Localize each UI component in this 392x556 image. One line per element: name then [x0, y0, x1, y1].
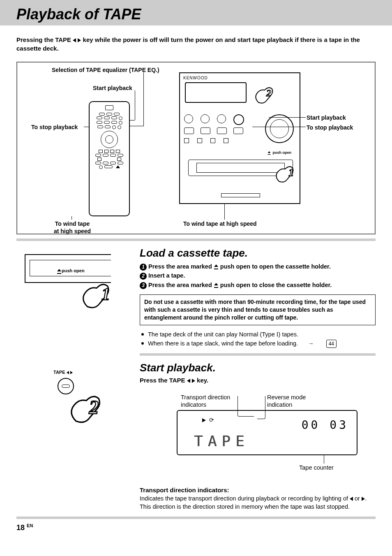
push-open-mini: push open: [62, 268, 85, 273]
hand-pointer-step2: 2: [66, 390, 107, 431]
leader-line: [129, 126, 144, 126]
hand-pointer-step1: 1: [78, 279, 115, 316]
rewind-icon: [73, 38, 76, 42]
page-lang: EN: [27, 523, 33, 528]
remote-control: [89, 101, 130, 216]
eject-icon: [57, 269, 62, 274]
leader-line: [71, 216, 72, 220]
content: Pressing the TAPE key while the power is…: [0, 25, 392, 239]
page: Playback of TAPE Pressing the TAPE key w…: [0, 0, 392, 540]
leader-line: [252, 127, 306, 127]
step-2: TAPE 2 Start playback. Press the TAPE ke…: [0, 356, 392, 511]
callout-line: [324, 455, 324, 463]
notes-list: The tape deck of the unit can play Norma…: [140, 330, 376, 348]
numbered-3: 3: [140, 282, 147, 289]
rewind-icon: [67, 371, 69, 374]
tape-counter-value: 00 03: [302, 418, 348, 432]
hand-pointer-2: 2: [252, 84, 277, 109]
push-open-label: push open: [267, 151, 291, 155]
arrow-icon: →: [308, 339, 314, 348]
device-diagram: Selection of TAPE equalizer (TAPE EQ.) S…: [16, 62, 376, 234]
callout-transport: Transport directionindicators: [181, 394, 230, 409]
page-ref: 44: [326, 340, 337, 348]
eject-icon: [214, 264, 219, 269]
note-1: The tape deck of the unit can play Norma…: [141, 330, 376, 339]
play-icon: [70, 371, 73, 374]
tape-key-label: TAPE: [53, 370, 73, 375]
page-number: 18 EN: [0, 519, 392, 540]
transport-indicators-text: Indicates the tape transport direction d…: [140, 494, 376, 511]
callout-counter: Tape counter: [299, 464, 334, 471]
rewind-icon: [187, 379, 190, 383]
numbered-1: 1: [140, 264, 147, 271]
direction-indicator: ⟳: [202, 417, 214, 423]
leader-line: [129, 120, 135, 120]
transport-buttons: [184, 127, 243, 134]
note-2: When there is a tape slack, wind the tap…: [141, 339, 376, 348]
lcd-display: ⟳ 00 03 TAPE: [177, 410, 357, 455]
svg-text:2: 2: [266, 88, 271, 98]
cassette-slot: [196, 163, 285, 173]
start-playback-label-remote: Start playback: [93, 85, 132, 91]
step1-heading: Load a cassette tape.: [140, 247, 376, 259]
rewind-icon: [350, 497, 353, 501]
unit-buttons: [184, 114, 244, 125]
intro-text: Pressing the TAPE key while the power is…: [16, 35, 376, 53]
svg-text:1: 1: [288, 167, 294, 178]
svg-text:1: 1: [101, 285, 110, 303]
step1-sub1: 1Press the area marked push open to open…: [140, 262, 376, 271]
svg-text:2: 2: [89, 396, 99, 417]
stop-playback-label-unit: To stop playback: [307, 124, 353, 131]
play-icon: [362, 497, 365, 501]
lcd-mode-text: TAPE: [194, 433, 249, 449]
play-icon: [202, 418, 206, 422]
unit-display: [185, 82, 247, 103]
unit-foot: [221, 193, 260, 197]
brand-label: KENWOOD: [183, 76, 208, 80]
step2-heading: Start playback.: [140, 361, 376, 374]
wind-label-unit: To wind tape at high speed: [183, 220, 257, 227]
leader-line: [135, 90, 135, 120]
leader-line: [224, 204, 225, 220]
leader-line: [84, 127, 84, 127]
wind-label-remote: To wind tapeat high speed: [44, 220, 101, 235]
volume-knob: [265, 114, 294, 143]
callout-reverse: Reverse modeindication: [267, 394, 306, 409]
play-icon: [192, 379, 195, 383]
step1-sub2: 2Insert a tape.: [140, 271, 376, 280]
leader-line: [143, 72, 144, 126]
eject-icon: [214, 283, 219, 288]
leader-line: [269, 117, 306, 118]
numbered-2: 2: [140, 273, 147, 280]
title-band: Playback of TAPE: [0, 0, 392, 25]
stop-playback-label-remote: To stop playback: [31, 124, 78, 130]
hand-pointer-1: 1: [273, 163, 297, 188]
step-1: push open 1 Load a cassette tape. 1Press…: [0, 241, 392, 348]
intro-a: Pressing the TAPE: [16, 36, 73, 43]
page-title: Playback of TAPE: [16, 6, 384, 23]
warning-box: Do not use a cassette with more than 90-…: [140, 294, 376, 325]
transport-indicators-heading: Transport direction indicators:: [140, 486, 376, 493]
mode-buttons: [184, 138, 228, 143]
start-playback-label-unit: Start playback: [307, 114, 346, 121]
step1-sub3: 3Press the area marked push open to clos…: [140, 280, 376, 290]
step2-press: Press the TAPE key.: [140, 377, 376, 384]
